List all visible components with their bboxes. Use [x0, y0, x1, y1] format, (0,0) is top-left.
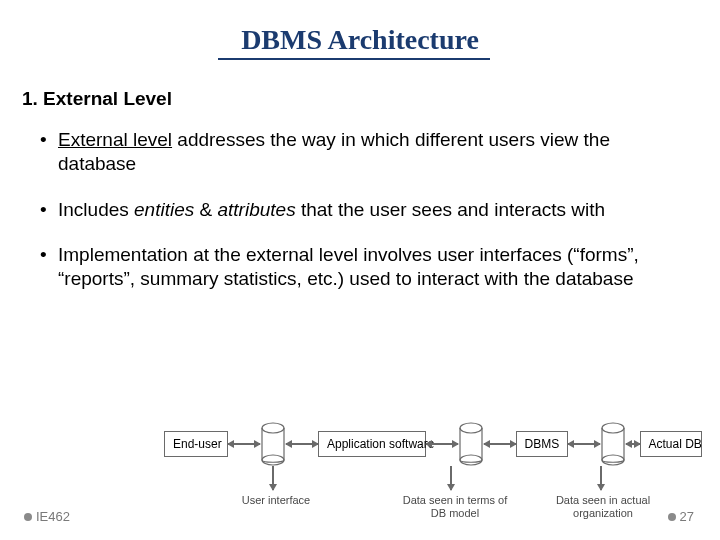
cylinder-icon [600, 422, 626, 466]
diagram-box-dbms: DBMS [516, 431, 568, 457]
diagram-caption: User interface [236, 494, 316, 507]
bullet-underline-text: External level [58, 129, 172, 150]
cylinder-icon [260, 422, 286, 466]
bullet-list: External level addresses the way in whic… [40, 128, 690, 291]
bullet-text: & [194, 199, 217, 220]
diagram-caption: Data seen in terms of DB model [400, 494, 510, 519]
bullet-item: External level addresses the way in whic… [40, 128, 690, 176]
diagram-box-appsoftware: Application software [318, 431, 426, 457]
bullet-disc-icon [24, 513, 32, 521]
svg-point-0 [262, 423, 284, 433]
bullet-disc-icon [668, 513, 676, 521]
bullet-text: Includes [58, 199, 134, 220]
bullet-italic-text: entities [134, 199, 194, 220]
architecture-diagram: End-user Application software DBMS Actua… [164, 414, 702, 526]
bullet-italic-text: attributes [217, 199, 295, 220]
diagram-box-actualdb: Actual DB [640, 431, 702, 457]
bullet-text: Implementation at the external level inv… [58, 244, 639, 289]
arrow-down-icon [450, 466, 452, 490]
bullet-item: Includes entities & attributes that the … [40, 198, 690, 222]
svg-point-3 [460, 455, 482, 465]
arrow-down-icon [272, 466, 274, 490]
cylinder-icon [458, 422, 484, 466]
svg-point-2 [460, 423, 482, 433]
arrow-down-icon [600, 466, 602, 490]
footer-course: IE462 [24, 509, 70, 524]
svg-point-4 [602, 423, 624, 433]
diagram-caption: Data seen in actual organization [548, 494, 658, 519]
bullet-text: that the user sees and interacts with [296, 199, 605, 220]
slide-title: DBMS Architecture [0, 0, 720, 66]
course-code: IE462 [36, 509, 70, 524]
footer-page: 27 [668, 509, 694, 524]
section-heading: 1. External Level [22, 88, 720, 110]
page-number: 27 [680, 509, 694, 524]
bullet-item: Implementation at the external level inv… [40, 243, 690, 291]
diagram-box-enduser: End-user [164, 431, 228, 457]
svg-point-1 [262, 455, 284, 465]
svg-point-5 [602, 455, 624, 465]
